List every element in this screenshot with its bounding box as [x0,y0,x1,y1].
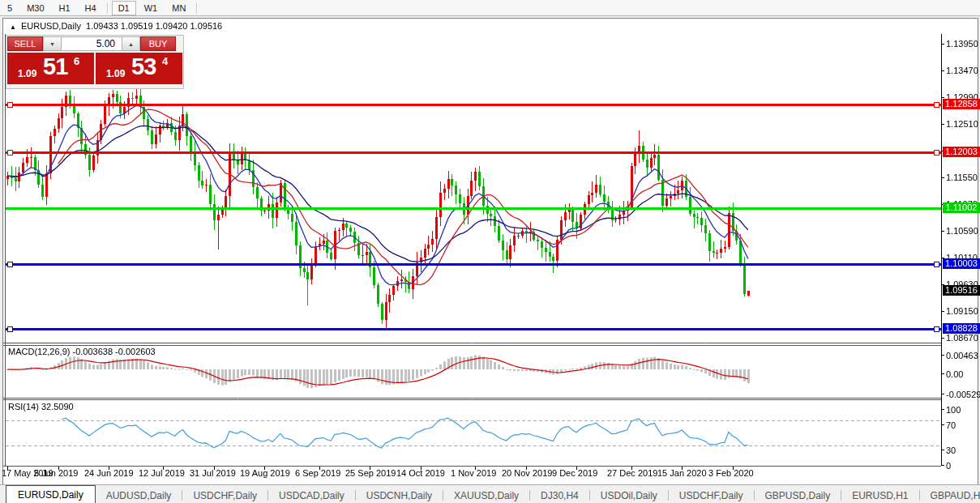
chart-tab-EURUSD-Daily[interactable]: EURUSD,Daily [6,485,96,503]
timeframe-button-D1[interactable]: D1 [112,1,136,15]
date-axis-label: 19 Aug 2019 [240,468,290,478]
chart-tab-USDCAD-Daily[interactable]: USDCAD,Daily [268,488,355,503]
timeframe-button-W1[interactable]: W1 [138,1,165,15]
sell-price-point: 6 [74,55,79,67]
price-badge-1.12858: 1.12858 [943,99,980,109]
chart-tabs: EURUSD,DailyAUDUSD,DailyUSDCHF,DailyUSDC… [0,485,980,503]
horizontal-line-1.08828[interactable] [6,328,941,330]
volume-decrease-button[interactable]: ▼ [43,36,62,51]
rsi-axis-tick: 30 [946,445,956,455]
horizontal-line-1.12858[interactable] [6,104,941,106]
chart-tab-USDCNH-Daily[interactable]: USDCNH,Daily [356,488,443,503]
chart-tab-XAUUSD-Daily[interactable]: XAUUSD,Daily [443,488,529,503]
chart-tab-USDCHF-Daily[interactable]: USDCHF,Daily [669,488,754,503]
line-endpoint-marker[interactable] [934,262,939,267]
buy-button[interactable]: BUY [140,36,176,51]
chart-tab-EURUSD-H1[interactable]: EURUSD,H1 [841,488,918,503]
date-axis-label: 15 Jan 2020 [657,468,707,478]
macd-axis-tick: 0.00463 [946,351,978,360]
date-axis-label: 25 Sep 2019 [345,468,396,478]
price-axis-tick: 1.12510 [946,119,978,129]
date-axis-label: 6 Sep 2019 [295,468,340,478]
timeframe-button-H1[interactable]: H1 [53,1,77,15]
chart-tab-USDCHF-Daily[interactable]: USDCHF,Daily [182,488,267,503]
toolbar-separator [107,2,108,14]
chart-header: ▲EURUSD,Daily 1.09433 1.09519 1.09420 1.… [10,21,222,31]
chart-symbol-label: EURUSD,Daily [21,21,81,31]
volume-input[interactable] [62,36,122,51]
chart-tab-AUDUSD-Daily[interactable]: AUDUSD,Daily [96,488,182,503]
chart-tab-DJ30-H4[interactable]: DJ30,H4 [530,488,589,503]
buy-price-point: 4 [162,55,168,67]
one-click-trade-panel: SELL ▼ ▲ BUY 1.09 51 6 1.09 53 4 [6,35,184,89]
date-axis-label: 20 Nov 2019 [502,468,552,478]
horizontal-line-1.10003[interactable] [6,263,941,266]
buy-price-panel[interactable]: 1.09 53 4 [96,53,182,84]
line-endpoint-marker[interactable] [934,150,939,156]
macd-axis-tick: 0.00 [946,369,963,379]
date-axis-label: 12 Jul 2019 [139,468,185,478]
macd-axis-tick: -0.005299 [946,390,980,399]
date-axis-label: 14 Oct 2019 [396,468,445,478]
line-endpoint-marker[interactable] [7,102,13,108]
chart-tab-GBPUSD-Daily[interactable]: GBPUSD,Daily [755,488,841,503]
timeframe-button-MN[interactable]: MN [165,1,192,15]
sell-price-pips: 51 [43,53,67,80]
date-axis-label: 27 Dec 2019 [607,468,657,478]
price-axis-tick: 1.08670 [946,333,978,343]
sell-button[interactable]: SELL [7,36,43,51]
price-axis-tick: 1.13470 [946,66,978,75]
chart-tab-USDOil-Daily[interactable]: USDOil,Daily [590,488,668,503]
price-badge-1.09516: 1.09516 [943,285,980,296]
chart-ohlc-values: 1.09433 1.09519 1.09420 1.09516 [86,21,222,31]
buy-price-pips: 53 [131,53,156,80]
timeframe-button-M30[interactable]: M30 [20,1,50,15]
line-endpoint-marker[interactable] [7,150,13,156]
price-axis-tick: 1.13950 [946,39,978,49]
collapse-trade-panel-icon[interactable]: ▲ [10,23,16,31]
chart-tab-bar: EURUSD,DailyAUDUSD,DailyUSDCHF,DailyUSDC… [0,484,980,503]
price-badge-1.10003: 1.10003 [943,258,980,269]
rsi-axis-tick: 100 [946,405,961,415]
sell-price-panel[interactable]: 1.09 51 6 [7,53,94,84]
rsi-axis-tick: 70 [946,420,956,430]
rsi-pane-divider[interactable] [3,398,941,400]
price-badge-1.08828: 1.08828 [943,323,980,334]
sell-price-major: 1.09 [18,68,36,79]
line-endpoint-marker[interactable] [934,326,939,332]
date-axis-label: 9 Dec 2019 [552,468,597,478]
line-endpoint-marker[interactable] [934,102,939,108]
line-endpoint-marker[interactable] [7,326,13,332]
date-axis-label: 1 Nov 2019 [451,468,496,478]
buy-price-major: 1.09 [106,68,125,79]
mt4-terminal: 5M30H1H4D1W1MN ▲EURUSD,Daily 1.09433 1.0… [0,0,980,503]
price-axis-tick: 1.10590 [946,226,978,236]
line-endpoint-marker[interactable] [7,262,13,267]
timeframe-button-5[interactable]: 5 [1,1,19,15]
rsi-indicator-label: RSI(14) 32.5090 [8,402,74,411]
timeframe-toolbar: 5M30H1H4D1W1MN [0,0,980,16]
price-badge-1.12003: 1.12003 [943,147,980,157]
date-axis-label: 3 Feb 2020 [708,468,754,478]
rsi-axis-tick: 0 [946,461,951,471]
price-axis-tick: 1.11550 [946,173,978,182]
macd-indicator-label: MACD(12,26,9) -0.003638 -0.002603 [8,347,156,356]
price-axis-tick: 1.09150 [946,306,978,316]
timeframe-button-H4[interactable]: H4 [79,1,103,15]
date-axis-label: 24 Jun 2019 [84,468,134,478]
toolbar-separator [196,2,197,14]
date-axis-label: 31 Jul 2019 [190,468,236,478]
chart-tab-GBPAUD-H1[interactable]: GBPAUD,H1 [920,488,980,503]
macd-pane-divider[interactable] [3,343,941,345]
volume-increase-button[interactable]: ▲ [122,36,140,51]
price-badge-1.11002: 1.11002 [943,202,980,213]
date-axis-label: 5 Jun 2019 [34,468,78,478]
horizontal-line-1.12003[interactable] [6,151,941,154]
horizontal-line-1.11002[interactable] [6,207,941,210]
